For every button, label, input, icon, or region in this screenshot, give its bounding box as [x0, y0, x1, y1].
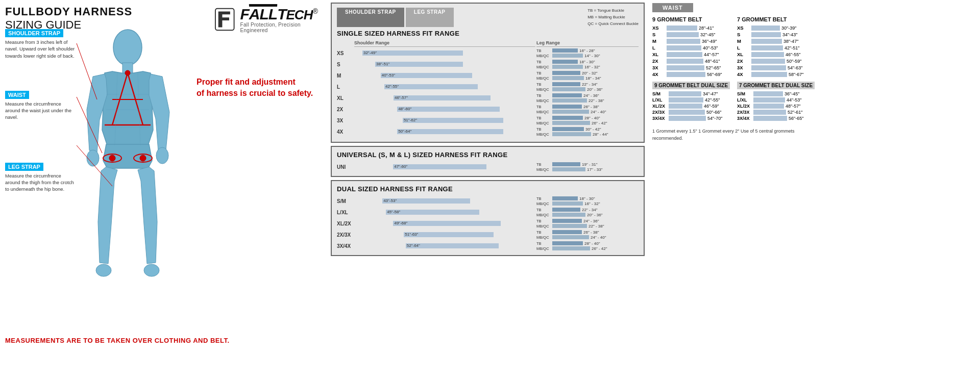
svg-point-12	[125, 70, 130, 75]
list-item: M 38"-47"	[737, 38, 816, 44]
svg-point-4	[96, 264, 111, 276]
leg-tab: LEG STRAP	[406, 8, 454, 27]
list-item: XS 28"-41"	[652, 25, 731, 31]
svg-point-3	[156, 147, 168, 164]
logo-area: FALLTECH® Fall Protection, Precision Eng…	[214, 5, 327, 33]
svg-point-13	[109, 155, 115, 161]
seven-grommet-title: 7 GROMMET BELT	[737, 16, 816, 22]
list-item: 3X 54"-63"	[737, 65, 816, 70]
measurement-labels: SHOULDER STRAP Measure from 3 inches lef…	[5, 28, 77, 199]
human-figure	[71, 28, 184, 324]
shoulder-description: Measure from 3 inches left of navel. Upw…	[5, 39, 77, 59]
nine-grommet-dual-title: 9 GROMMET BELT DUAL SIZE	[652, 82, 730, 89]
proper-fit-text: Proper fit and adjustment of harness is …	[197, 77, 319, 99]
table-row: XL/2X 49"-68" TB 24" - 36" MB/QC 22" - 3…	[337, 218, 639, 229]
list-item: 3X 52"-65"	[652, 65, 731, 70]
chart-col-headers: Shoulder Range Leg Range	[337, 40, 639, 48]
grommet-columns: 9 GROMMET BELT XS 28"-41" S 32"-45" M 36…	[652, 16, 816, 122]
list-item: S/M 34"-47"	[652, 91, 731, 96]
universal-title: UNIVERSAL (S, M & L) SIZED HARNESS FIT R…	[337, 151, 639, 159]
list-item: 4X 58"-67"	[737, 71, 816, 77]
body-svg	[71, 28, 184, 324]
logo-text: FALLTECH® Fall Protection, Precision Eng…	[240, 5, 327, 33]
table-row: 4X 50"-64" TB 30" - 42" MB/QC 28" - 44"	[337, 126, 639, 137]
leg-label-box: LEG STRAP Measure the circumfrence aroun…	[5, 162, 77, 193]
body-diagram-area: SHOULDER STRAP Measure from 3 inches lef…	[5, 28, 199, 360]
list-item: S 34"-43"	[737, 32, 816, 37]
universal-sized-chart: UNIVERSAL (S, M & L) SIZED HARNESS FIT R…	[331, 146, 645, 177]
shoulder-label-box: SHOULDER STRAP Measure from 3 inches lef…	[5, 28, 77, 59]
table-row: XS 32"-49" TB 16" - 28" MB/QC 14" - 30"	[337, 48, 639, 58]
list-item: S 32"-45"	[652, 32, 731, 37]
single-sized-title: SINGLE SIZED HARNESS FIT RANGE	[337, 30, 639, 37]
svg-point-0	[113, 30, 142, 65]
table-row: S 38"-51" TB 18" - 30" MB/QC 16" - 32"	[337, 59, 639, 69]
table-row: 2X/3X 51"-63" TB 26" - 38" MB/QC 24" - 4…	[337, 230, 639, 240]
proper-fit-area: Proper fit and adjustment of harness is …	[197, 77, 319, 99]
seven-grommet-col: 7 GROMMET BELT XS 30"-39" S 34"-43" M 38…	[737, 16, 816, 122]
waist-section-header: WAIST	[652, 3, 693, 12]
svg-point-5	[144, 264, 159, 276]
list-item: 2X/3X 52"-61"	[737, 110, 816, 115]
list-item: 4X 56"-69"	[652, 71, 731, 77]
table-row: XL 46"-57" TB 24" - 36" MB/QC 22" - 38"	[337, 93, 639, 103]
list-item: 3X/4X 56"-65"	[737, 116, 816, 121]
logo-tagline: Fall Protection, Precision Engineered	[240, 22, 327, 33]
measurements-warning: MEASUREMENTS ARE TO BE TAKEN OVER CLOTHI…	[5, 337, 311, 344]
list-item: 2X/3X 50"-66"	[652, 110, 731, 115]
dual-sized-title: DUAL SIZED HARNESS FIT RANGE	[337, 185, 639, 193]
table-row: 2X 48"-60" TB 26" - 38" MB/QC 24" - 40"	[337, 104, 639, 114]
waist-label-box: WAIST Measure the circumfrence around th…	[5, 90, 77, 121]
list-item: M 36"-49"	[652, 38, 731, 44]
table-row: M 40"-53" TB 20" - 32" MB/QC 18" - 34"	[337, 70, 639, 81]
waist-description: Measure the circumfrence around the wais…	[5, 100, 77, 121]
logo-container: FALLTECH® Fall Protection, Precision Eng…	[214, 5, 327, 33]
table-row: UNI 47"-60" TB 19" - 31" MB/QC 17" - 33"	[337, 162, 639, 172]
table-row: L 42"-55" TB 22" - 34" MB/QC 20" - 36"	[337, 82, 639, 92]
shoulder-tab: SHOULDER STRAP	[337, 8, 404, 27]
grommet-note: 1 Grommet every 1.5" 1 Grommet every 2" …	[652, 128, 816, 142]
shoulder-header: SHOULDER STRAP	[5, 29, 63, 37]
list-item: L 42"-51"	[737, 45, 816, 50]
svg-point-14	[140, 155, 146, 161]
single-sized-chart: SHOULDER STRAP LEG STRAP TB = Tongue Buc…	[331, 3, 645, 143]
list-item: 3X/4X 54"-70"	[652, 116, 731, 121]
list-item: XL/2X 46"-59"	[652, 104, 731, 109]
tab-headers: SHOULDER STRAP LEG STRAP TB = Tongue Buc…	[337, 8, 639, 27]
list-item: S/M 36"-45"	[737, 91, 816, 96]
nine-grommet-title: 9 GROMMET BELT	[652, 16, 731, 22]
table-row: 3X/4X 52"-64" TB 28" - 40" MB/QC 26" - 4…	[337, 241, 639, 251]
table-row: 3X 51"-62" TB 28" - 40" MB/QC 26" - 42"	[337, 115, 639, 125]
leg-header: LEG STRAP	[5, 163, 43, 171]
waist-section: WAIST 9 GROMMET BELT XS 28"-41" S 32"-45…	[652, 3, 816, 142]
center-charts: SHOULDER STRAP LEG STRAP TB = Tongue Buc…	[331, 3, 645, 256]
logo-icon	[214, 7, 235, 32]
leg-description: Measure the circumfrence around the thig…	[5, 172, 77, 193]
waist-header: WAIST	[5, 91, 29, 99]
list-item: L/XL 42"-55"	[652, 97, 731, 103]
list-item: XS 30"-39"	[737, 25, 816, 31]
seven-grommet-dual-title: 7 GROMMET BELT DUAL SIZE	[737, 82, 815, 89]
list-item: L 40"-53"	[652, 45, 731, 50]
legend: TB = Tongue Buckle MB = Matting Buckle Q…	[587, 8, 639, 27]
dual-sized-chart: DUAL SIZED HARNESS FIT RANGE S/M 43"-53"…	[331, 180, 645, 256]
table-row: L/XL 45"-58" TB 22" - 34" MB/QC 20" - 36…	[337, 207, 639, 217]
table-row: S/M 43"-53" TB 18" - 30" MB/QC 16" - 32"	[337, 196, 639, 206]
list-item: XL/2X 48"-57"	[737, 104, 816, 109]
logo-brand: FALLTECH®	[240, 6, 317, 22]
list-item: 2X 48"-61"	[652, 58, 731, 64]
list-item: XL 46"-55"	[737, 52, 816, 57]
nine-grommet-col: 9 GROMMET BELT XS 28"-41" S 32"-45" M 36…	[652, 16, 731, 122]
list-item: L/XL 44"-53"	[737, 97, 816, 103]
list-item: XL 44"-57"	[652, 52, 731, 57]
svg-point-2	[87, 150, 99, 166]
list-item: 2X 50"-59"	[737, 58, 816, 64]
